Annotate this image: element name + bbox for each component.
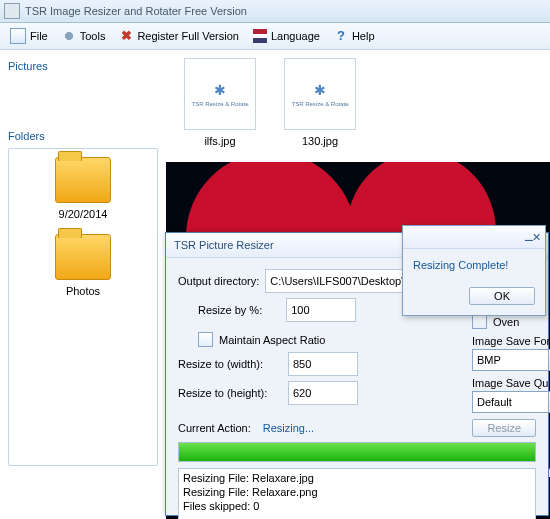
- menu-file[interactable]: File: [4, 25, 54, 47]
- flag-icon: [253, 29, 267, 43]
- app-title: TSR Image Resizer and Rotater Free Versi…: [25, 5, 247, 17]
- title-bar: TSR Image Resizer and Rotater Free Versi…: [0, 0, 550, 23]
- folder-label: 9/20/2014: [59, 208, 108, 220]
- document-icon: [10, 28, 26, 44]
- gear-icon: [62, 29, 76, 43]
- folders-label: Folders: [8, 130, 158, 142]
- height-label: Resize to (height):: [178, 387, 282, 399]
- width-input[interactable]: [288, 352, 358, 376]
- menu-bar: File Tools ✖Register Full Version Langua…: [0, 23, 550, 50]
- ok-button[interactable]: OK: [469, 287, 535, 305]
- app-icon: [4, 3, 20, 19]
- format-label: Image Save Format:: [472, 335, 550, 347]
- menu-tools[interactable]: Tools: [56, 26, 112, 46]
- thumb-preview: ✱TSR Resize & Rotate: [184, 58, 256, 130]
- folder-icon: [55, 157, 111, 203]
- left-panel: Pictures Folders 9/20/2014 Photos: [0, 50, 166, 519]
- menu-tools-label: Tools: [80, 30, 106, 42]
- log-line: Resizing File: Relaxare.jpg: [183, 471, 531, 485]
- complete-popup: ⚊✕ Resizing Complete! OK: [402, 225, 546, 316]
- maintain-aspect-label: Maintain Aspect Ratio: [219, 334, 325, 346]
- menu-register-label: Register Full Version: [137, 30, 239, 42]
- log-line: Files skipped: 0: [183, 499, 531, 513]
- folder-item[interactable]: Photos: [17, 234, 149, 297]
- resize-button[interactable]: Resize: [472, 419, 536, 437]
- format-select[interactable]: BMP▼: [472, 349, 550, 371]
- width-label: Resize to (width):: [178, 358, 282, 370]
- thumb-label: 130.jpg: [302, 135, 338, 147]
- menu-file-label: File: [30, 30, 48, 42]
- output-label: Output directory:: [178, 275, 259, 287]
- quality-label: Image Save Quality (JPG Only):: [472, 377, 550, 389]
- menu-language[interactable]: Language: [247, 26, 326, 46]
- thumbnail[interactable]: ✱TSR Resize & Rotate 130.jpg: [284, 58, 356, 154]
- snowflake-icon: ✱: [214, 82, 226, 98]
- resize-pct-input[interactable]: [286, 298, 356, 322]
- popup-message: Resizing Complete!: [403, 249, 545, 281]
- x-icon: ✖: [119, 29, 133, 43]
- snowflake-icon: ✱: [314, 82, 326, 98]
- log-line: Resizing File: Relaxare.png: [183, 485, 531, 499]
- height-input[interactable]: [288, 381, 358, 405]
- maintain-aspect-checkbox[interactable]: [198, 332, 213, 347]
- overwrite-label: Oven: [493, 316, 519, 328]
- close-icon[interactable]: ⚊✕: [524, 231, 539, 244]
- pictures-label: Pictures: [8, 60, 158, 72]
- help-icon: ?: [334, 29, 348, 43]
- log-box[interactable]: Resizing File: Relaxare.jpg Resizing Fil…: [178, 468, 536, 519]
- folder-label: Photos: [66, 285, 100, 297]
- folder-icon: [55, 234, 111, 280]
- current-action-value: Resizing...: [263, 422, 314, 434]
- thumb-label: ilfs.jpg: [204, 135, 235, 147]
- resize-pct-label: Resize by %:: [198, 304, 262, 316]
- folder-item[interactable]: 9/20/2014: [17, 157, 149, 220]
- thumb-preview: ✱TSR Resize & Rotate: [284, 58, 356, 130]
- folders-box: 9/20/2014 Photos: [8, 148, 158, 466]
- quality-select[interactable]: Default▼: [472, 391, 550, 413]
- current-action-label: Current Action:: [178, 422, 251, 434]
- menu-register[interactable]: ✖Register Full Version: [113, 26, 245, 46]
- thumbnail-strip: ✱TSR Resize & Rotate ilfs.jpg ✱TSR Resiz…: [166, 50, 550, 162]
- popup-titlebar: ⚊✕: [403, 226, 545, 249]
- menu-help[interactable]: ?Help: [328, 26, 381, 46]
- menu-help-label: Help: [352, 30, 375, 42]
- overwrite-checkbox[interactable]: [472, 314, 487, 329]
- menu-language-label: Language: [271, 30, 320, 42]
- thumbnail[interactable]: ✱TSR Resize & Rotate ilfs.jpg: [184, 58, 256, 154]
- progress-bar: [178, 442, 536, 462]
